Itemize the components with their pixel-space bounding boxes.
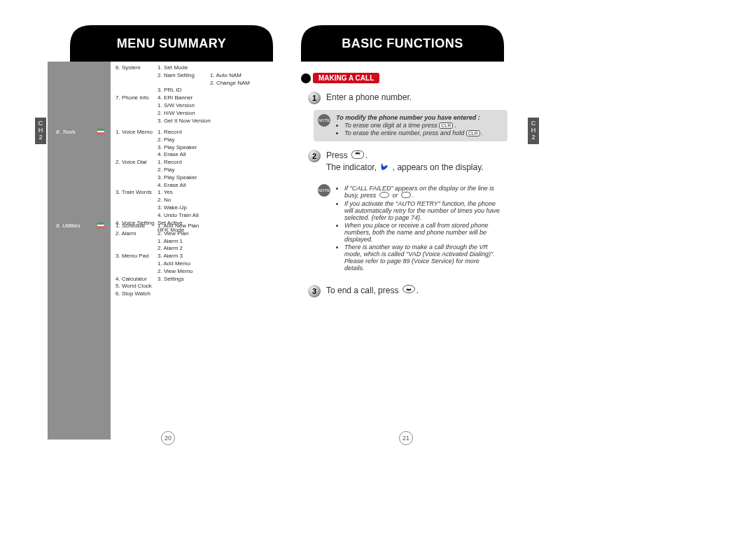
menu-col-2b: 1. Record 2. Play 3. Play Speaker 4. Era… [158, 129, 199, 234]
tools-icon [97, 128, 105, 135]
send-key-icon-small [400, 192, 412, 199]
section-heading: MAKING A CALL [301, 73, 507, 83]
note-box-2: NOTE If "CALL FAILED" appears on the dis… [314, 180, 507, 276]
page-number-right: 21 [399, 431, 413, 445]
title-bar-right: BASIC FUNCTIONS [301, 25, 504, 62]
menu-col-1b: 1. Voice Memo 2. Voice Dial 3. Train Wor… [115, 129, 155, 227]
menu-col-3a: 1. Auto NAM 2. Change NAM [210, 64, 250, 87]
content-area: MAKING A CALL 1 Enter a phone number. NO… [301, 73, 507, 300]
title-bar-left: MENU SUMMARY [70, 25, 273, 62]
category-tools: 8. Tools [56, 129, 76, 135]
menu-col-2c: 1. Add New Plan 2. View Plan 1. Alarm 1 … [158, 223, 199, 283]
step-number-3: 3 [308, 285, 321, 297]
utilities-icon [97, 222, 105, 229]
category-utilities: 9. Utilities [56, 223, 80, 229]
send-key-icon [350, 150, 365, 162]
step-1-text: Enter a phone number. [326, 92, 507, 104]
note1-item-1: To erase one digit at a time press CLR . [344, 122, 500, 129]
note-icon: NOTE [318, 114, 330, 127]
page-number-left: 20 [161, 431, 175, 445]
right-page: C H 2 BASIC FUNCTIONS MAKING A CALL 1 En… [287, 25, 539, 445]
key-clr-2: CLR [466, 130, 480, 136]
chapter-tab-right: C H 2 [528, 118, 539, 144]
note1-item-2: To erase the entire number, press and ho… [344, 129, 500, 136]
chapter-tab-left: C H 2 [35, 118, 46, 144]
left-page: C H 2 MENU SUMMARY 8. Tools 9. Utilities… [35, 25, 287, 445]
note-box-1: NOTE To modify the phone number you have… [314, 110, 507, 141]
section-bullet-icon [301, 73, 311, 83]
end-key-icon-small [378, 192, 391, 199]
step-2-text: Press . The indicator, , appears on the … [326, 150, 507, 174]
step-3-text: To end a call, press . [326, 285, 507, 297]
category-sidebar: 8. Tools 9. Utilities [48, 62, 111, 440]
note1-title: To modify the phone number you have ente… [336, 114, 500, 121]
note2-item-2: If you activate the "AUTO RETRY" functio… [344, 200, 500, 221]
step-2: 2 Press . The indicator, , appears on th… [308, 150, 507, 174]
key-clr-1: CLR [439, 122, 453, 129]
menu-col-1a: 6. System 7. Phone Info [115, 64, 149, 102]
end-key-icon [401, 285, 416, 297]
step-3: 3 To end a call, press . [308, 285, 507, 297]
svg-rect-0 [352, 150, 364, 158]
page-title-right: BASIC FUNCTIONS [342, 36, 463, 51]
note2-item-1: If "CALL FAILED" appears on the display … [344, 185, 500, 199]
manual-spread: C H 2 MENU SUMMARY 8. Tools 9. Utilities… [35, 25, 539, 445]
svg-point-1 [379, 192, 388, 197]
svg-rect-2 [401, 192, 410, 197]
menu-col-1c: 1. Schedule 2. Alarm 3. Memo Pad 4. Calc… [115, 223, 152, 298]
step-number-1: 1 [308, 92, 321, 104]
note2-item-3: When you place or receive a call from st… [344, 222, 500, 243]
note2-item-4: There is another way to make a call thro… [344, 244, 500, 272]
page-title-left: MENU SUMMARY [117, 36, 226, 51]
section-pill: MAKING A CALL [313, 73, 379, 83]
note-icon-2: NOTE [318, 184, 330, 197]
step-number-2: 2 [308, 150, 321, 162]
menu-col-2a: 1. Set Mode 2. Nam Setting 3. PRL ID 4. … [158, 64, 211, 125]
call-indicator-icon [379, 162, 390, 174]
step-1: 1 Enter a phone number. [308, 92, 507, 104]
